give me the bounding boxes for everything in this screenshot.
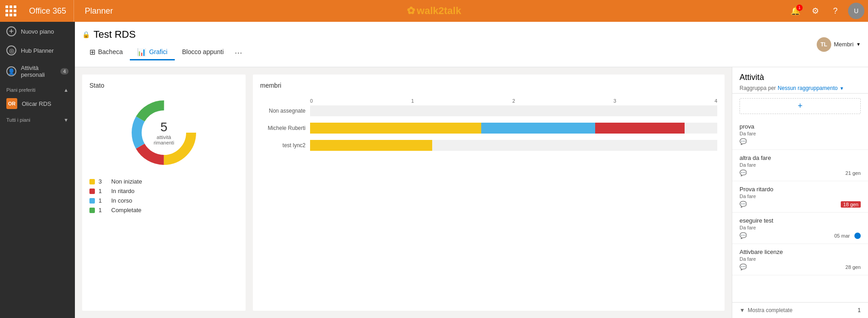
hub-planner-item[interactable]: ◎ Hub Planner <box>0 41 75 60</box>
legend-item-3: 1 Completate <box>89 207 238 214</box>
task-date-1: 21 gen <box>845 170 861 176</box>
task-name-3: eseguire test <box>740 217 861 224</box>
plan-title-area: 🔒 Test RDS ⊞ Bacheca 📊 Grafici Blocco ap… <box>82 29 246 60</box>
task-status-1: Da fare <box>740 162 861 168</box>
task-name-4: Attivbare licenze <box>740 248 861 255</box>
tab-blocco-appunti[interactable]: Blocco appunti <box>175 45 231 60</box>
legend-count-2: 1 <box>99 197 108 204</box>
legend-label-1: In ritardo <box>111 188 134 194</box>
sidebar-item-olicar-rds[interactable]: OR Olicar RDS <box>0 94 75 113</box>
group-by-chevron-icon[interactable]: ▼ <box>839 86 844 91</box>
olicar-rds-label: Olicar RDS <box>22 100 51 107</box>
right-panel-title: Attività <box>740 73 861 82</box>
comment-icon-1: 💬 <box>740 169 747 176</box>
tab-bacheca-label: Bacheca <box>98 48 123 55</box>
favorite-plans-label: Piani preferiti <box>6 87 35 93</box>
right-panel: Attività Raggruppa per Nessun raggruppam… <box>732 67 868 318</box>
axis-label-4: 4 <box>715 98 717 104</box>
help-icon: ? <box>833 6 838 16</box>
show-completed-button[interactable]: ▼ Mostra completate 1 <box>732 302 868 318</box>
stato-card: Stato <box>82 75 246 311</box>
plan-tabs: ⊞ Bacheca 📊 Grafici Blocco appunti ··· <box>82 45 246 60</box>
task-item-prova-ritardo[interactable]: Prova ritardo Da fare 💬 18 gen <box>732 181 868 213</box>
group-by-value[interactable]: Nessun raggruppamento <box>778 85 838 91</box>
legend-item-2: 1 In corso <box>89 197 238 204</box>
top-bar-right: 🔔 1 ⚙ ? U <box>786 2 868 20</box>
user-avatar[interactable]: U <box>848 3 864 19</box>
office365-link[interactable]: Office 365 <box>22 0 74 22</box>
add-task-button[interactable]: + <box>740 98 861 114</box>
legend-dot-in-corso <box>89 198 95 204</box>
plan-lock-row: 🔒 Test RDS <box>82 29 246 40</box>
show-completed-label: Mostra completate <box>748 307 793 313</box>
waffle-icon <box>5 5 16 16</box>
tab-grafici[interactable]: 📊 Grafici <box>130 45 174 60</box>
bar-segment-red-1 <box>595 123 685 134</box>
all-plans-expand-icon[interactable]: ▼ <box>64 117 69 123</box>
task-name-1: altra da fare <box>740 154 861 161</box>
notifications-button[interactable]: 🔔 1 <box>786 2 804 20</box>
waffle-menu-button[interactable] <box>0 0 22 22</box>
task-status-2: Da fare <box>740 194 861 199</box>
tasks-list: prova Da fare 💬 altra da fare Da fare 💬 … <box>732 119 868 302</box>
bar-segments-1 <box>310 123 717 134</box>
bar-row-michele: Michele Ruberti <box>260 123 717 134</box>
settings-button[interactable]: ⚙ <box>806 2 824 20</box>
legend-dot-completate <box>89 208 95 213</box>
new-plan-button[interactable]: + Nuovo piano <box>0 22 75 41</box>
legend-dot-non-iniziate <box>89 179 95 184</box>
help-button[interactable]: ? <box>826 2 844 20</box>
plan-title: Test RDS <box>94 29 136 40</box>
task-name-2: Prova ritardo <box>740 186 861 193</box>
task-date-circle-icon-3 <box>854 233 861 239</box>
membri-title: membri <box>260 82 717 89</box>
task-footer-4: 💬 28 gen <box>740 263 861 270</box>
task-item-prova[interactable]: prova Da fare 💬 <box>732 119 868 150</box>
legend-label-2: In corso <box>111 197 132 204</box>
bar-segment-yellow-1 <box>310 123 481 134</box>
bacheca-icon: ⊞ <box>89 48 95 56</box>
favorite-plans-section: Piani preferiti ▲ <box>0 83 75 94</box>
hub-icon: ◎ <box>6 45 16 55</box>
task-item-eseguire-test[interactable]: eseguire test Da fare 💬 05 mar <box>732 213 868 244</box>
personal-activities-label: Attività personali <box>21 65 56 78</box>
task-status-4: Da fare <box>740 256 861 262</box>
legend-item-0: 3 Non iniziate <box>89 178 238 185</box>
member-avatar: TL <box>817 37 831 52</box>
task-item-altra-da-fare[interactable]: altra da fare Da fare 💬 21 gen <box>732 150 868 181</box>
show-completed-count: 1 <box>858 307 861 313</box>
top-bar: Office 365 Planner ✿ walk2talk 🔔 1 ⚙ ? U <box>0 0 868 22</box>
main-layout: + Nuovo piano ◎ Hub Planner 👤 Attività p… <box>0 22 868 318</box>
axis-label-3: 3 <box>613 98 616 104</box>
members-button[interactable]: TL Membri ▼ <box>817 37 861 52</box>
group-by-label: Raggruppa per <box>740 85 776 91</box>
favorite-plans-collapse-icon[interactable]: ▲ <box>64 87 69 93</box>
gear-icon: ⚙ <box>812 6 819 16</box>
plus-icon: + <box>6 26 16 36</box>
logo-icon: ✿ <box>407 5 415 17</box>
tab-blocco-appunti-label: Blocco appunti <box>182 48 224 55</box>
lock-icon: 🔒 <box>82 31 90 38</box>
comment-icon-0: 💬 <box>740 138 747 145</box>
planner-link[interactable]: Planner <box>74 0 124 22</box>
bar-row-label-2: test lync2 <box>260 142 310 149</box>
hub-planner-label: Hub Planner <box>21 47 54 54</box>
logo-text: walk2talk <box>417 5 461 17</box>
task-date-overdue-2: 18 gen <box>841 201 861 208</box>
plan-header: 🔒 Test RDS ⊞ Bacheca 📊 Grafici Blocco ap… <box>75 22 868 67</box>
bar-row-testlync: test lync2 <box>260 140 717 151</box>
task-status-3: Da fare <box>740 225 861 230</box>
legend-label-3: Completate <box>111 207 141 214</box>
bar-chart-area: 0 1 2 3 4 Non assegnate <box>260 98 717 151</box>
notification-badge: 1 <box>796 5 803 11</box>
legend-dot-in-ritardo <box>89 189 95 194</box>
task-item-attivbare-licenze[interactable]: Attivbare licenze Da fare 💬 28 gen <box>732 244 868 275</box>
main-content: 🔒 Test RDS ⊞ Bacheca 📊 Grafici Blocco ap… <box>75 22 868 318</box>
tab-bacheca[interactable]: ⊞ Bacheca <box>82 45 130 60</box>
grafici-icon: 📊 <box>137 48 146 56</box>
more-options-button[interactable]: ··· <box>231 45 246 60</box>
task-date-3: 05 mar <box>834 233 850 238</box>
personal-activities-item[interactable]: 👤 Attività personali 4 <box>0 60 75 83</box>
task-status-0: Da fare <box>740 131 861 136</box>
members-chevron-icon: ▼ <box>856 42 861 47</box>
